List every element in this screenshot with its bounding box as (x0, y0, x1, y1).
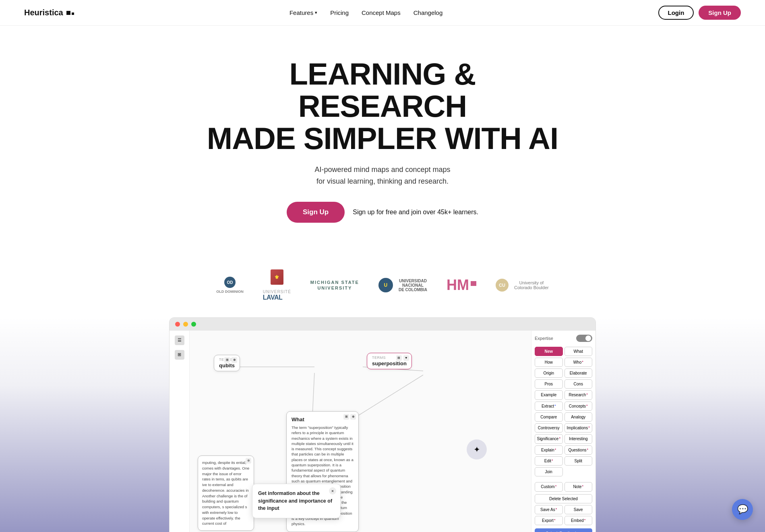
tooltip-card: × Get information about the significance… (252, 484, 341, 518)
app-canvas[interactable]: ⊞ ⊕ TERMS qubits ⊞ ♥ TERMS superposition (190, 331, 531, 532)
nav-concept-maps[interactable]: Concept Maps (362, 9, 401, 16)
toggle-thumb (585, 335, 591, 341)
panel-btn-submit-feedback[interactable]: Submit Feedback ● (535, 528, 592, 532)
panel-row-controversy-implications: Controversy Implications (535, 423, 592, 433)
panel-btn-new[interactable]: New (535, 347, 563, 356)
panel-btn-embed[interactable]: Embed (564, 516, 593, 525)
node-icon-super-2[interactable]: ♥ (403, 355, 409, 361)
node-icon-super-1[interactable]: ⊞ (396, 355, 402, 361)
panel-btn-explain[interactable]: Explain (535, 445, 563, 455)
panel-btn-export[interactable]: Export (535, 516, 563, 525)
logo-michigan: MICHIGAN STATEUNIVERSITY (310, 279, 359, 291)
logo-old-dominion: OD OLD DOMINION (216, 277, 244, 294)
app-titlebar (170, 318, 595, 331)
node-qubits[interactable]: ⊞ ⊕ TERMS qubits (214, 355, 240, 371)
ai-cursor: ✦ (467, 439, 487, 460)
panel-btn-how[interactable]: How (535, 358, 563, 367)
chat-bubble-button[interactable]: 💬 (732, 499, 753, 520)
panel-row-extract-concepts: Extract Concepts (535, 402, 592, 411)
login-button[interactable]: Login (658, 6, 694, 20)
logo: Heuristica (24, 8, 74, 17)
computing-card-icon[interactable]: ⊕ (246, 458, 251, 464)
svg-line-2 (312, 373, 314, 415)
nav-pricing[interactable]: Pricing (330, 9, 349, 16)
expertise-toggle[interactable] (576, 335, 592, 342)
app-area: ☰ ⊞ ⊞ ⊕ TERMS (0, 317, 765, 532)
cta-note: Sign up for free and join over 45k+ lear… (353, 209, 478, 216)
node-superposition[interactable]: ⊞ ♥ TERMS superposition (367, 353, 412, 369)
panel-btn-concepts[interactable]: Concepts (564, 402, 593, 411)
nav-actions: Login Sign Up (658, 6, 741, 20)
panel-row-export-embed: Export Embed (535, 516, 592, 525)
chevron-down-icon: ▾ (315, 10, 317, 15)
app-sidebar: ☰ ⊞ (170, 331, 190, 532)
panel-row-explain-questions: Explain Questions (535, 445, 592, 455)
panel-btn-extract[interactable]: Extract (535, 402, 563, 411)
expertise-label: Expertise (535, 336, 553, 341)
close-dot (175, 322, 180, 327)
panel-row-join: Join (535, 467, 592, 476)
panel-btn-join[interactable]: Join (535, 467, 563, 476)
nav-features[interactable]: Features ▾ (289, 9, 317, 16)
panel-btn-research[interactable]: Research (564, 390, 593, 400)
logo-colorado: CU University ofColorado Boulder (496, 279, 549, 292)
logo-sq1 (66, 11, 70, 15)
panel-btn-interesting[interactable]: Interesting (564, 434, 593, 443)
panel-row-compare-analogy: Compare Analogy (535, 412, 592, 422)
panel-btn-saveas[interactable]: Save As (535, 505, 563, 514)
signup-button-hero[interactable]: Sign Up (287, 202, 345, 223)
logo-hm: HM (447, 277, 476, 294)
panel-btn-compare[interactable]: Compare (535, 412, 563, 422)
navbar: Heuristica Features ▾ Pricing Concept Ma… (0, 0, 765, 26)
logo-text: Heuristica (24, 8, 63, 17)
panel-btn-pros[interactable]: Pros (535, 379, 563, 389)
node-icon-qubits-2[interactable]: ⊕ (232, 357, 237, 363)
panel-btn-cons[interactable]: Cons (564, 379, 593, 389)
panel-btn-elaborate[interactable]: Elaborate (564, 368, 593, 378)
panel-btn-analogy[interactable]: Analogy (564, 412, 593, 422)
node-qubits-title: qubits (219, 362, 235, 368)
panel-row-origin-elaborate: Origin Elaborate (535, 368, 592, 378)
sidebar-icon-1[interactable]: ☰ (175, 335, 184, 345)
tooltip-close-button[interactable]: × (329, 487, 336, 495)
panel-btn-delete[interactable]: Delete Selected (535, 494, 592, 503)
panel-btn-significance[interactable]: Significance (535, 434, 563, 443)
panel-row-significance-interesting: Significance Interesting (535, 434, 592, 443)
logo-sq2 (72, 12, 74, 15)
panel-btn-save[interactable]: Save (564, 505, 593, 514)
app-window: ☰ ⊞ ⊞ ⊕ TERMS (169, 317, 596, 532)
computing-card: ⊕ mputing, despite its ential, comes wit… (198, 455, 254, 531)
node-icon-qubits-1[interactable]: ⊞ (224, 357, 230, 363)
app-right-panel: Expertise New What How Who Origin (531, 331, 595, 532)
panel-btn-example[interactable]: Example (535, 390, 563, 400)
sidebar-icon-2[interactable]: ⊞ (175, 350, 184, 360)
panel-row-how-who: How Who (535, 358, 592, 367)
hero-cta: Sign Up Sign up for free and join over 4… (8, 202, 757, 223)
what-card-icon-1[interactable]: ⊞ (343, 414, 349, 420)
logo-icon (66, 11, 74, 15)
panel-row-saveas-save: Save As Save (535, 505, 592, 514)
panel-btn-edit[interactable]: Edit (535, 456, 563, 466)
chat-icon: 💬 (737, 504, 748, 515)
panel-row-edit-split: Edit Split (535, 456, 592, 466)
logo-nacional: U UNIVERSIDADNACIONALDE COLOMBIA (378, 278, 427, 292)
panel-btn-questions[interactable]: Questions (564, 445, 593, 455)
panel-btn-controversy[interactable]: Controversy (535, 423, 563, 433)
panel-btn-split[interactable]: Split (564, 456, 593, 466)
what-card-icon-2[interactable]: ⊕ (350, 414, 356, 420)
panel-btn-what[interactable]: What (564, 347, 593, 356)
expertise-row: Expertise (535, 335, 592, 342)
minimize-dot (183, 322, 188, 327)
signup-button-nav[interactable]: Sign Up (699, 6, 741, 20)
panel-btn-who[interactable]: Who (564, 358, 593, 367)
panel-btn-implications[interactable]: Implications (564, 423, 593, 433)
panel-btn-custom[interactable]: Custom (535, 482, 563, 491)
hero-subtext: AI-powered mind maps and concept maps fo… (8, 164, 757, 187)
nav-changelog[interactable]: Changelog (414, 9, 443, 16)
panel-btn-origin[interactable]: Origin (535, 368, 563, 378)
panel-row-custom-note: Custom Note (535, 482, 592, 491)
svg-line-3 (359, 375, 423, 415)
panel-btn-note[interactable]: Note (564, 482, 593, 491)
computing-card-text: mputing, despite its ential, comes with … (202, 460, 250, 526)
node-superposition-title: superposition (372, 360, 407, 366)
